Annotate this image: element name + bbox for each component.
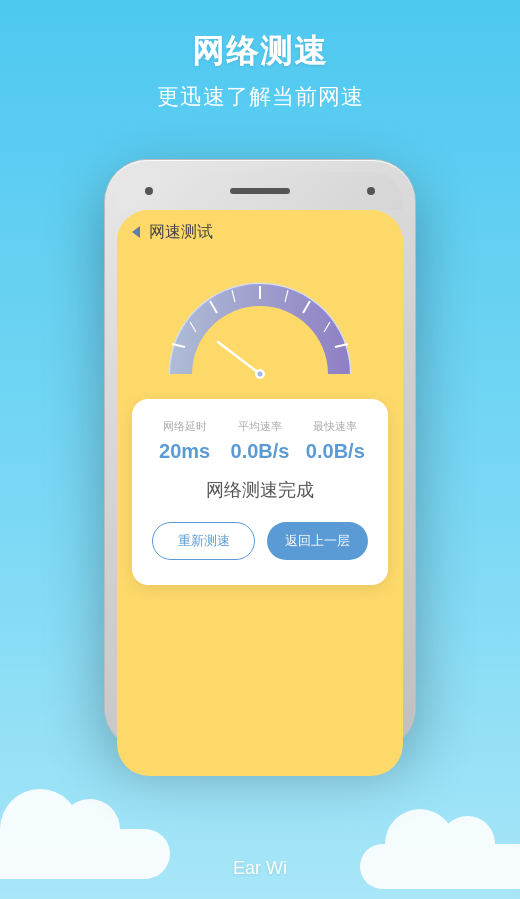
- phone-topbar: [117, 172, 403, 210]
- retry-button[interactable]: 重新测速: [152, 522, 255, 560]
- app-navbar: 网速测试: [117, 210, 403, 254]
- sub-title: 更迅速了解当前网速: [0, 82, 520, 112]
- clouds-decoration: [0, 779, 520, 899]
- stat-avg-speed: 平均速率 0.0B/s: [222, 419, 297, 463]
- back-button-card[interactable]: 返回上一层: [267, 522, 368, 560]
- camera-right: [367, 187, 375, 195]
- phone-inner: 网速测试: [117, 210, 403, 776]
- speedometer-svg: [150, 264, 370, 384]
- phone-speaker: [230, 188, 290, 194]
- max-speed-value: 0.0B/s: [298, 440, 373, 463]
- title-area: 网络测速 更迅速了解当前网速: [0, 30, 520, 112]
- latency-label: 网络延时: [147, 419, 222, 434]
- camera-left: [145, 187, 153, 195]
- phone-outer: 网速测试: [105, 160, 415, 750]
- avg-speed-label: 平均速率: [222, 419, 297, 434]
- main-title: 网络测速: [0, 30, 520, 74]
- action-buttons: 重新测速 返回上一层: [147, 522, 373, 560]
- stats-labels-row: 网络延时 20ms 平均速率 0.0B/s 最快速率 0.0B/s: [147, 419, 373, 463]
- navbar-title: 网速测试: [149, 222, 213, 243]
- max-speed-label: 最快速率: [298, 419, 373, 434]
- result-text: 网络测速完成: [147, 478, 373, 502]
- stats-card: 网络延时 20ms 平均速率 0.0B/s 最快速率 0.0B/s 网络测速完成: [132, 399, 388, 585]
- back-chevron-icon: [132, 226, 140, 238]
- svg-point-12: [258, 372, 263, 377]
- app-screen: 网速测试: [117, 210, 403, 738]
- stat-latency: 网络延时 20ms: [147, 419, 222, 463]
- avg-speed-value: 0.0B/s: [222, 440, 297, 463]
- phone-mockup: 网速测试: [105, 160, 415, 750]
- latency-value: 20ms: [147, 440, 222, 463]
- bottom-label: Ear Wi: [233, 858, 287, 879]
- stat-max-speed: 最快速率 0.0B/s: [298, 419, 373, 463]
- speedometer-area: [117, 254, 403, 399]
- back-button[interactable]: 网速测试: [132, 222, 213, 243]
